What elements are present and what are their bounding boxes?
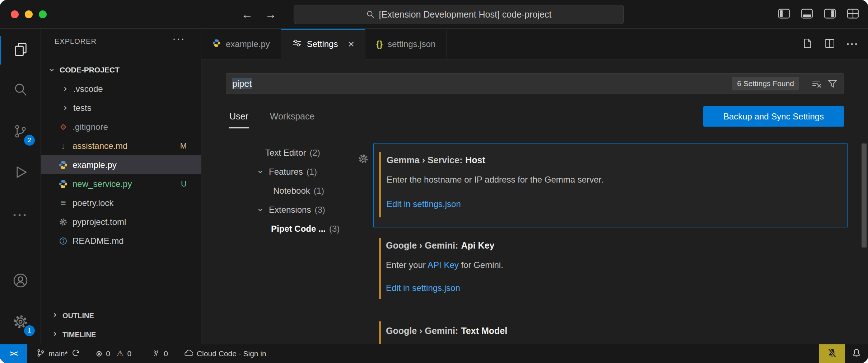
edit-in-settings-json-link[interactable]: Edit in settings.json <box>386 283 848 293</box>
edit-in-settings-json-link[interactable]: Edit in settings.json <box>387 199 847 209</box>
modified-indicator <box>379 238 381 299</box>
backup-sync-button[interactable]: Backup and Sync Settings <box>703 106 844 127</box>
tab-settings-json[interactable]: {} settings.json <box>365 29 447 60</box>
setting-title: Gemma › Service:Host <box>387 155 847 165</box>
settings-search-input[interactable]: pipet 6 Settings Found <box>226 73 844 94</box>
toc-pipet-code[interactable]: Pipet Code ...(3) <box>219 219 374 238</box>
close-icon[interactable]: × <box>348 38 354 50</box>
gear-icon <box>58 218 68 226</box>
files-icon <box>13 42 28 58</box>
sidebar-item-search[interactable] <box>0 76 41 105</box>
toggle-secondary-sidebar-icon[interactable] <box>824 9 836 20</box>
tab-settings[interactable]: Settings × <box>281 29 365 60</box>
tree-item-gitignore[interactable]: .gitignore <box>41 117 201 136</box>
ports-count: 0 <box>164 349 168 358</box>
tree-item-tests[interactable]: tests <box>41 98 201 117</box>
forward-button[interactable]: → <box>265 8 276 21</box>
sidebar-item-run-debug[interactable] <box>0 159 41 187</box>
sidebar-header: EXPLORER ··· <box>41 29 201 52</box>
settings-search-value: pipet <box>232 79 252 89</box>
toggle-primary-sidebar-icon[interactable] <box>778 9 790 20</box>
setting-description: Enter the hostname or IP address for the… <box>387 175 847 185</box>
toc-features[interactable]: Features(1) <box>219 162 374 181</box>
back-button[interactable]: ← <box>241 8 253 21</box>
vscode-window: ← → [Extension Development Host] code-pr… <box>0 0 868 363</box>
history-nav: ← → <box>241 0 276 29</box>
json-icon: {} <box>376 39 383 49</box>
setting-gemini-text-model[interactable]: Google › Gemini:Text Model <box>373 319 848 344</box>
search-icon <box>13 82 28 99</box>
tab-user[interactable]: User <box>229 103 249 128</box>
window-zoom-button[interactable] <box>39 10 47 18</box>
tree-item-label: pyproject.toml <box>73 217 126 227</box>
toc-notebook[interactable]: Notebook(1) <box>219 181 374 200</box>
settings-editor: pipet 6 Settings Found User Workspace Ba… <box>201 60 868 344</box>
layout-controls <box>778 0 859 29</box>
command-center[interactable]: [Extension Development Host] code-projec… <box>294 5 624 24</box>
chevron-right-icon <box>62 85 69 93</box>
timeline-section-header[interactable]: TIMELINE <box>41 325 201 344</box>
timeline-label: TIMELINE <box>62 331 96 339</box>
remote-indicator[interactable]: >< <box>0 344 27 363</box>
more-icon: ··· <box>13 208 28 223</box>
filter-icon[interactable] <box>827 78 838 89</box>
setting-gemma-service-host[interactable]: Gemma › Service:Host Enter the hostname … <box>373 143 848 227</box>
branch-name: main* <box>48 349 68 358</box>
tree-item-pyproject-toml[interactable]: pyproject.toml <box>41 212 201 231</box>
tree-item-label: README.md <box>73 236 124 246</box>
customize-layout-icon[interactable] <box>847 9 859 20</box>
warning-count: 0 <box>127 349 132 358</box>
sidebar-item-more[interactable]: ··· <box>0 201 41 230</box>
ports-status-item[interactable]: 0 <box>151 349 168 359</box>
tree-item-label: new_service.py <box>73 179 132 189</box>
more-actions-icon[interactable]: ··· <box>846 38 859 50</box>
notifications-item[interactable] <box>845 344 868 363</box>
setting-gear-icon[interactable] <box>358 154 369 166</box>
tab-label: settings.json <box>388 39 435 49</box>
do-not-disturb-item[interactable] <box>819 344 845 363</box>
outline-section-header[interactable]: OUTLINE <box>41 306 201 325</box>
sidebar-item-source-control[interactable]: 2 <box>0 118 41 146</box>
scrollbar-thumb[interactable] <box>862 143 867 248</box>
account-icon <box>13 273 28 290</box>
tree-root-label: CODE-PROJECT <box>60 66 120 74</box>
command-center-title: [Extension Development Host] code-projec… <box>379 9 552 20</box>
clear-filters-icon[interactable] <box>811 78 822 89</box>
editor-actions: ··· <box>802 29 859 60</box>
problems-status-item[interactable]: ⊗ 0 ⚠ 0 <box>96 349 132 358</box>
split-editor-icon[interactable] <box>824 38 835 50</box>
manage-button[interactable]: 1 <box>0 308 41 337</box>
cloud-code-label: Cloud Code - Sign in <box>197 349 266 358</box>
chevron-right-icon <box>52 331 58 339</box>
settings-scope-tabs: User Workspace <box>229 103 315 128</box>
tree-item-example-py[interactable]: example.py <box>41 155 201 174</box>
toc-text-editor[interactable]: Text Editor(2) <box>219 143 374 162</box>
list-icon: ≡ <box>58 197 68 208</box>
error-icon: ⊗ <box>96 349 102 358</box>
setting-gemini-api-key[interactable]: Google › Gemini:Api Key Enter your API K… <box>373 236 848 301</box>
window-close-button[interactable] <box>11 10 19 18</box>
open-settings-json-icon[interactable] <box>802 38 813 50</box>
tab-workspace[interactable]: Workspace <box>269 103 316 128</box>
chevron-right-icon <box>52 312 58 320</box>
tree-item-new-service-py[interactable]: new_service.py U <box>41 174 201 193</box>
sidebar-item-explorer[interactable] <box>0 36 41 65</box>
tree-item-readme-md[interactable]: README.md <box>41 231 201 250</box>
api-key-link[interactable]: API Key <box>428 260 459 270</box>
window-minimize-button[interactable] <box>25 10 33 18</box>
tree-item-vscode[interactable]: .vscode <box>41 79 201 98</box>
toggle-panel-icon[interactable] <box>801 9 813 20</box>
editor-tab-bar: example.py Settings × {} settings.json ·… <box>201 29 868 60</box>
file-tree: CODE-PROJECT .vscode tests .gitignore ↓ … <box>41 60 201 250</box>
toc-extensions[interactable]: Extensions(3) <box>219 200 374 219</box>
tree-item-assistance-md[interactable]: ↓ assistance.md M <box>41 136 201 155</box>
more-actions-icon[interactable]: ··· <box>172 32 185 44</box>
tree-item-poetry-lock[interactable]: ≡ poetry.lock <box>41 193 201 212</box>
tree-root[interactable]: CODE-PROJECT <box>41 60 201 79</box>
accounts-button[interactable] <box>0 267 41 296</box>
error-count: 0 <box>106 349 110 358</box>
tab-example-py[interactable]: example.py <box>201 29 281 60</box>
branch-status-item[interactable]: main* <box>36 349 80 359</box>
cloud-code-status-item[interactable]: Cloud Code - Sign in <box>184 348 266 359</box>
setting-title: Google › Gemini:Text Model <box>386 326 848 336</box>
